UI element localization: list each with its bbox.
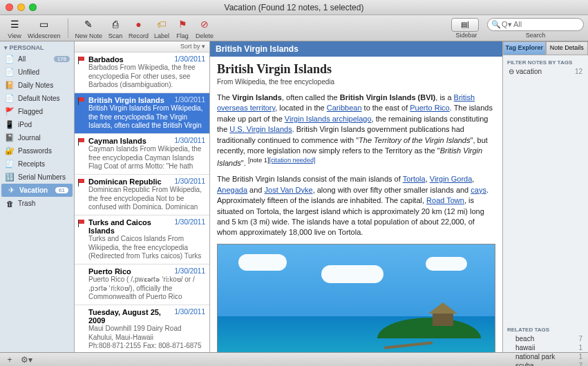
folder-icon: ✈ [6,186,17,195]
flag-icon [78,220,85,227]
note-item[interactable]: Cayman Islands1/30/2011Cayman Islands Fr… [75,134,209,175]
note-list-scroll[interactable]: Barbados1/30/2011Barbados From Wikipedia… [75,52,209,352]
sidebar-item-flagged[interactable]: 🚩Flagged [0,105,74,118]
sidebar-item-default-notes[interactable]: 📄Default Notes [0,92,74,105]
record-button[interactable]: ●Record [129,17,149,39]
note-item[interactable]: British Virgin Islands1/30/2011British V… [75,93,209,134]
page-title: British Virgin Islands [217,62,495,77]
content-body[interactable]: British Virgin Islands From Wikipedia, t… [210,57,502,352]
content-header: British Virgin Islands [210,41,502,57]
add-button[interactable]: + [4,355,15,365]
link-puerto-rico[interactable]: Puerto Rico [410,104,449,112]
page-subtitle: From Wikipedia, the free encyclopedia [217,78,495,86]
sidebar-item-daily-notes[interactable]: 📔Daily Notes [0,79,74,92]
folder-icon: 📱 [4,120,15,130]
flag-icon [78,138,85,146]
footer-bar: + ⚙▾ [0,352,588,366]
related-tag-hawaii[interactable]: hawaii1 [503,343,588,352]
folder-icon: 📓 [4,133,15,143]
flag-icon [78,97,85,105]
folder-icon: 🔐 [4,146,15,156]
flag-icon [78,57,85,64]
sidebar-item-trash[interactable]: 🗑Trash [0,197,74,210]
toolbar: ☰View ▭Widescreen ✎New Note ⎙Scan ●Recor… [0,15,588,41]
related-tags-header: RELATED TAGS [503,322,588,334]
citation-needed[interactable]: [citation needed] [269,157,315,164]
sidebar-header-personal[interactable]: ▾ PERSONAL [0,41,74,52]
paragraph-2: The British Virgin Islands consist of th… [217,174,495,238]
note-item[interactable]: Turks and Caicos Islands1/30/2011Turks a… [75,215,209,264]
folder-icon: 📄 [4,94,15,104]
link-anegada[interactable]: Anegada [217,186,247,194]
link-caribbean[interactable]: Caribbean [327,104,362,112]
filter-tag-vacation[interactable]: ⊖ vacation12 [503,67,588,322]
related-tag-beach[interactable]: beach7 [503,334,588,343]
right-panel: Tag Explorer Note Details FILTER NOTES B… [502,41,588,352]
note-list: Sort by ▾ Barbados1/30/2011Barbados From… [75,41,210,352]
sidebar-item-journal[interactable]: 📓Journal [0,131,74,144]
sort-by-menu[interactable]: Sort by ▾ [75,41,209,52]
link-jost-van-dyke[interactable]: Jost Van Dyke [265,186,313,194]
sidebar-item-all[interactable]: 📄All178 [0,52,74,66]
tab-note-details[interactable]: Note Details [546,41,589,55]
content-pane: British Virgin Islands British Virgin Is… [210,41,502,352]
sidebar-item-vacation[interactable]: ✈Vacation61 [1,184,73,197]
sidebar-item-unfiled[interactable]: 📄Unfiled [0,66,74,79]
folder-icon: 📄 [4,68,15,77]
filter-header: FILTER NOTES BY TAGS [503,55,588,67]
link-road-town[interactable]: Road Town [426,196,464,204]
folder-icon: 🧾 [4,160,15,169]
window-title: Vacation (Found 12 notes, 1 selected) [0,3,588,12]
note-item[interactable]: Barbados1/30/2011Barbados From Wikipedia… [75,52,209,93]
sidebar-item-receipts[interactable]: 🧾Receipts [0,157,74,171]
link-virgin-gorda[interactable]: Virgin Gorda [430,175,473,183]
sidebar-item-ipod[interactable]: 📱iPod [0,118,74,131]
paragraph-1: The Virgin Islands, often called the Bri… [217,93,495,168]
search-input[interactable] [487,18,584,31]
widescreen-button[interactable]: ▭Widescreen [28,17,61,39]
gear-menu[interactable]: ⚙▾ [21,355,32,365]
delete-button[interactable]: ⊘Delete [196,17,214,39]
scan-button[interactable]: ⎙Scan [108,17,123,39]
folder-icon: 📔 [4,81,15,90]
link-cays[interactable]: cays [471,186,486,194]
related-tag-scuba[interactable]: scuba7 [503,361,588,366]
flag-button[interactable]: ⚑Flag [175,17,190,39]
tab-tag-explorer[interactable]: Tag Explorer [503,41,546,55]
label-button[interactable]: 🏷Label [154,17,169,39]
search-icon: 🔍 [491,20,501,29]
note-item[interactable]: Puerto Rico1/30/2011Puerto Rico ( /ˌpwɛə… [75,264,209,305]
folder-icon: 📄 [4,55,15,64]
folder-icon: 🔢 [4,173,15,182]
source-sidebar: ▾ PERSONAL 📄All178📄Unfiled📔Daily Notes📄D… [0,41,75,352]
link-vi-archipelago[interactable]: Virgin Islands archipelago [285,115,372,123]
link-tortola[interactable]: Tortola [403,175,426,183]
sidebar-item-passwords[interactable]: 🔐Passwords [0,144,74,157]
new-note-button[interactable]: ✎New Note [75,17,103,39]
flag-icon [78,179,85,186]
sidebar-toggle-button[interactable]: ▤| [451,18,479,32]
link-usvi[interactable]: U.S. Virgin Islands [229,125,292,133]
view-button[interactable]: ☰View [7,17,22,39]
titlebar: Vacation (Found 12 notes, 1 selected) [0,0,588,15]
folder-icon: 🚩 [4,107,15,117]
note-item[interactable]: Tuesday, August 25, 20091/30/2011Maui Do… [75,305,209,352]
note-item[interactable]: Dominican Republic1/30/2011Dominican Rep… [75,175,209,215]
hero-image [217,244,495,352]
sidebar-item-serial-numbers[interactable]: 🔢Serial Numbers [0,171,74,184]
folder-icon: 🗑 [4,199,15,209]
related-tag-national-park[interactable]: national park1 [503,352,588,361]
